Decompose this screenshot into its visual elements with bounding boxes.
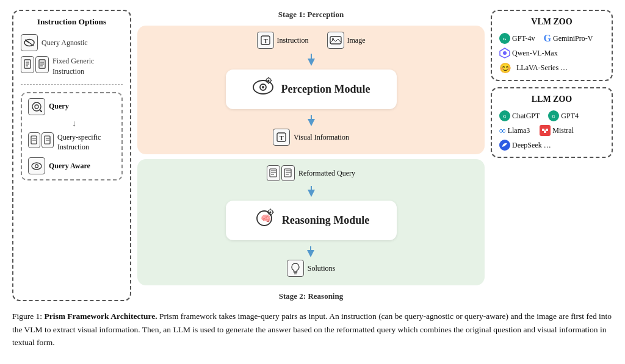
perception-inputs: T Instruction Image xyxy=(257,32,366,49)
center-panel: Stage 1: Perception T Instruction Image xyxy=(137,10,485,301)
deepseek-label: DeepSeek … xyxy=(512,141,551,150)
image-label: Image xyxy=(347,36,366,45)
instruction-icon: T xyxy=(257,32,274,49)
query-aware-icon xyxy=(28,157,45,174)
qwen-label: Qwen-VL-Max xyxy=(512,49,558,58)
query-agnostic-option: Query Agnostic xyxy=(21,34,123,51)
perception-module-icon xyxy=(251,76,275,103)
llm-row-3: DeepSeek … xyxy=(499,140,604,151)
instruction-options-title: Instruction Options xyxy=(21,17,123,27)
caption: Figure 1: Prism Framework Architecture. … xyxy=(12,310,613,349)
fixed-generic-icon1 xyxy=(21,56,34,73)
vlm-zoo-title: VLM ZOO xyxy=(499,17,604,27)
caption-bold: Prism Framework Architecture. xyxy=(45,312,157,321)
arrow-to-perception xyxy=(305,54,317,66)
query-section: Query ↓ Query-specificInstruction xyxy=(21,92,123,181)
svg-point-21 xyxy=(35,165,38,168)
chatgpt-label: ChatGPT xyxy=(512,112,540,121)
svg-point-12 xyxy=(35,105,38,109)
stage1-label: Stage 1: Perception xyxy=(137,10,485,20)
right-panel: VLM ZOO G GPT-4v G GeminiPro-V xyxy=(491,10,613,301)
mistral-label: Mistral xyxy=(552,126,574,135)
query-specific-label: Query-specificInstruction xyxy=(57,132,101,153)
reasoning-module-box: 🧠 Reasoning Module xyxy=(226,201,397,240)
svg-text:🧠: 🧠 xyxy=(261,213,272,224)
llm-zoo-box: LLM ZOO G ChatGPT G GPT4 xyxy=(491,87,613,158)
fixed-generic-option: Fixed GenericInstruction xyxy=(21,56,123,77)
geminiprov-label: GeminiPro-V xyxy=(553,34,593,43)
query-label: Query xyxy=(49,102,69,111)
reasoning-module-label: Reasoning Module xyxy=(282,214,370,227)
qs-icon1 xyxy=(28,132,40,148)
svg-point-51 xyxy=(269,212,271,213)
perception-module-label: Perception Module xyxy=(281,83,370,96)
query-agnostic-label: Query Agnostic xyxy=(42,38,88,48)
perception-module-box: Perception Module xyxy=(226,70,397,109)
solutions-label: Solutions xyxy=(308,264,335,273)
svg-rect-17 xyxy=(45,136,50,144)
query-aware-label: Query Aware xyxy=(49,162,90,171)
query-row: Query xyxy=(28,98,115,115)
svg-point-20 xyxy=(32,163,42,170)
svg-text:G: G xyxy=(503,114,507,119)
svg-rect-39 xyxy=(270,169,276,177)
query-specific-item: Query-specificInstruction xyxy=(28,132,115,153)
reformatted-row: Reformatted Query xyxy=(267,165,355,181)
vlm-row-2: Qwen-VL-Max xyxy=(499,48,604,59)
query-aware-row: Query Aware xyxy=(28,157,115,174)
reformatted-icon1 xyxy=(267,165,280,181)
svg-text:G: G xyxy=(552,114,555,119)
reasoning-module-icon: 🧠 xyxy=(253,207,276,234)
solutions-icon xyxy=(287,260,304,277)
diagram-area: Instruction Options Query Agnostic Fixed… xyxy=(12,10,613,301)
reformatted-icon2 xyxy=(281,165,295,181)
llm-zoo-title: LLM ZOO xyxy=(499,95,604,104)
stage2-label: Stage 2: Reasoning xyxy=(137,291,485,301)
query-agnostic-icon xyxy=(21,34,38,51)
svg-point-29 xyxy=(262,86,264,88)
svg-rect-14 xyxy=(31,136,37,144)
stage-reasoning: Reformatted Query 🧠 xyxy=(137,159,485,285)
vlm-row-3: 😊 LLaVA-Series … xyxy=(499,62,604,74)
query-icon xyxy=(28,98,45,115)
fixed-generic-icon2 xyxy=(35,56,49,73)
stage-perception: T Instruction Image xyxy=(137,26,485,154)
svg-point-31 xyxy=(268,80,270,82)
svg-point-62 xyxy=(503,51,507,55)
divider xyxy=(21,84,123,85)
svg-point-11 xyxy=(32,102,41,111)
query-down-arrow: ↓ xyxy=(33,119,115,129)
llama3-label: Llama3 xyxy=(508,126,530,135)
caption-prefix: Figure 1: xyxy=(12,312,45,321)
solutions-row: Solutions xyxy=(287,260,335,277)
svg-text:T: T xyxy=(280,135,284,141)
reformatted-label: Reformatted Query xyxy=(298,169,355,178)
llm-row-1: G ChatGPT G GPT4 xyxy=(499,110,604,121)
fixed-generic-label: Fixed GenericInstruction xyxy=(52,56,94,77)
llm-row-2: ∞ Llama3 Mistral xyxy=(499,125,604,136)
left-panel: Instruction Options Query Agnostic Fixed… xyxy=(12,10,131,301)
svg-line-13 xyxy=(40,110,42,112)
svg-rect-43 xyxy=(284,169,291,177)
gpt4-label: GPT4 xyxy=(561,112,579,121)
visual-info-label: Visual Information xyxy=(294,133,349,142)
llava-label: LLaVA-Series … xyxy=(516,63,568,73)
vlm-row-1: G GPT-4v G GeminiPro-V xyxy=(499,33,604,44)
image-icon xyxy=(327,32,344,49)
visual-info-row: T Visual Information xyxy=(273,129,349,146)
qs-icon2 xyxy=(42,132,54,148)
svg-rect-67 xyxy=(544,130,546,133)
gpt4v-label: GPT-4v xyxy=(512,34,535,43)
vlm-zoo-box: VLM ZOO G GPT-4v G GeminiPro-V xyxy=(491,10,613,81)
visual-info-icon: T xyxy=(273,129,290,146)
instruction-input: T Instruction xyxy=(257,32,309,49)
svg-text:T: T xyxy=(264,38,268,45)
svg-text:G: G xyxy=(503,37,507,41)
image-input: Image xyxy=(327,32,366,49)
svg-point-25 xyxy=(332,38,334,40)
instruction-label: Instruction xyxy=(277,36,309,45)
